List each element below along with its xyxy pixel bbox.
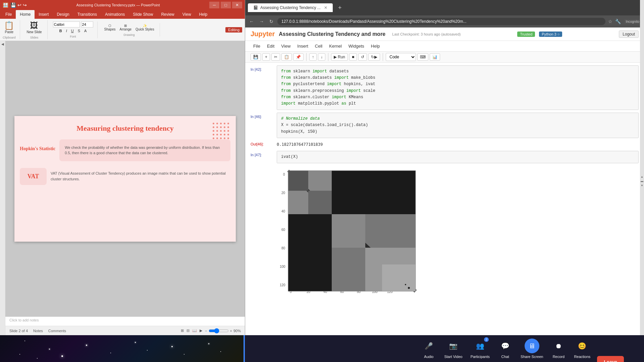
- slide-canvas-area[interactable]: Measuring clustering tendency Hopkin's S…: [5, 41, 245, 316]
- menu-insert[interactable]: Insert: [294, 42, 311, 50]
- reactions-btn[interactable]: 😊 Reactions: [574, 339, 590, 359]
- font-group-label: Font: [70, 35, 76, 38]
- cell-42-content[interactable]: from sklearn import datasets from sklear…: [277, 65, 639, 110]
- chart-btn[interactable]: 📊: [430, 53, 440, 61]
- slide-title[interactable]: Measuring clustering tendency: [14, 116, 236, 137]
- tab-animations[interactable]: Animations: [101, 10, 129, 19]
- new-tab-btn[interactable]: +: [335, 3, 344, 13]
- tab-insert[interactable]: Insert: [35, 10, 53, 19]
- toolbar-divider-1: [306, 53, 307, 61]
- notes-tab-btn[interactable]: Notes: [33, 329, 43, 333]
- paste-cell-btn[interactable]: 📌: [293, 53, 304, 61]
- quick-styles-button[interactable]: ✨ Quick Styles: [134, 23, 156, 32]
- strikethrough-button[interactable]: S: [76, 28, 82, 34]
- maximize-btn[interactable]: □: [221, 2, 231, 8]
- restart-run-btn[interactable]: ↻▶: [368, 53, 380, 61]
- cell-46-code[interactable]: # Normalize data X = scale(datasets.load…: [277, 113, 638, 138]
- comments-tab-btn[interactable]: Comments: [48, 329, 66, 333]
- tab-slide-show[interactable]: Slide Show: [129, 10, 157, 19]
- cell-47-content[interactable]: ivat(X): [277, 151, 639, 163]
- browser-action-icons: ☆ 🔧 Incognito: [608, 19, 641, 24]
- move-down-btn[interactable]: ↓: [318, 53, 325, 61]
- bold-button[interactable]: B: [58, 28, 63, 34]
- add-cell-btn[interactable]: +: [262, 53, 270, 61]
- jupyter-container: Jupyter Assessing Clustering Tendency an…: [245, 27, 644, 335]
- menu-view[interactable]: View: [278, 42, 293, 50]
- menu-widgets[interactable]: Widgets: [346, 42, 367, 50]
- shapes-button[interactable]: ⬡ Shapes: [103, 23, 117, 32]
- font-family-input[interactable]: [53, 21, 80, 27]
- browser-tab-close[interactable]: ✕: [324, 5, 327, 10]
- share-screen-btn[interactable]: 🖥 Share Screen: [521, 339, 543, 359]
- tab-file[interactable]: File: [1, 10, 16, 19]
- jupyter-cells[interactable]: In [42]: from sklearn import datasets fr…: [245, 63, 644, 335]
- tab-transitions[interactable]: Transitions: [73, 10, 101, 19]
- vat-label: VAT: [20, 168, 47, 185]
- thumbnails-collapse-arrow[interactable]: ◀: [1, 42, 4, 46]
- cut-cell-btn[interactable]: ✂: [271, 53, 280, 61]
- slide-status-bar: Slide 2 of 4 Notes Comments ⊞ ⊟ 📖 ▶ − + …: [5, 326, 245, 335]
- tab-view[interactable]: View: [178, 10, 195, 19]
- redo-icon[interactable]: ↪: [23, 2, 27, 8]
- new-slide-button[interactable]: 🖼 New Slide: [25, 20, 43, 35]
- menu-kernel[interactable]: Kernel: [326, 42, 344, 50]
- font-size-input[interactable]: [81, 21, 93, 27]
- italic-button[interactable]: I: [65, 28, 68, 34]
- keyboard-shortcuts-btn[interactable]: ⌨: [417, 53, 428, 61]
- bookmark-icon[interactable]: ☆: [608, 19, 612, 24]
- browser-tab-active[interactable]: 📓 Assessing Clustering Tendency ... ✕: [248, 3, 333, 12]
- paste-button[interactable]: 📋 Paste: [3, 20, 15, 35]
- minimize-btn[interactable]: ─: [209, 2, 219, 8]
- cell-46-content[interactable]: # Normalize data X = scale(datasets.load…: [277, 113, 639, 138]
- menu-cell[interactable]: Cell: [312, 42, 325, 50]
- arrange-button[interactable]: ⊞ Arrange: [118, 23, 133, 32]
- tab-design[interactable]: Design: [53, 10, 73, 19]
- run-btn[interactable]: ▶ Run: [331, 53, 348, 61]
- slide-thumbnails-panel: ◀: [0, 41, 5, 335]
- zoom-in-btn[interactable]: +: [230, 329, 232, 333]
- tab-review[interactable]: Review: [157, 10, 178, 19]
- menu-help[interactable]: Help: [368, 42, 383, 50]
- audio-btn[interactable]: 🎤 Audio: [421, 339, 436, 359]
- star: [208, 343, 209, 344]
- browser-forward-btn[interactable]: →: [258, 18, 265, 25]
- zoom-out-btn[interactable]: −: [205, 329, 207, 333]
- slideshow-btn[interactable]: ▶: [200, 328, 202, 333]
- cell-42-code[interactable]: from sklearn import datasets from sklear…: [277, 66, 638, 110]
- slide[interactable]: Measuring clustering tendency Hopkin's S…: [14, 116, 236, 242]
- new-slide-icon: 🖼: [30, 21, 38, 30]
- slide-sorter-btn[interactable]: ⊟: [186, 328, 190, 333]
- participants-btn[interactable]: 👥 2 Participants: [471, 339, 490, 359]
- menu-edit[interactable]: Edit: [264, 42, 277, 50]
- tab-home[interactable]: Home: [16, 10, 35, 19]
- normal-view-btn[interactable]: ⊞: [181, 328, 184, 333]
- leave-btn[interactable]: Leave: [597, 356, 624, 362]
- move-up-btn[interactable]: ↑: [309, 53, 317, 61]
- record-btn[interactable]: ⏺ Record: [551, 339, 566, 359]
- underline-button[interactable]: U: [70, 28, 75, 34]
- zoom-slider[interactable]: [209, 328, 229, 334]
- cell-type-select[interactable]: Code Markdown Raw: [386, 53, 416, 61]
- browser-refresh-btn[interactable]: ↻: [268, 18, 275, 25]
- browser-back-btn[interactable]: ←: [248, 18, 255, 25]
- star: [61, 355, 63, 357]
- start-video-btn[interactable]: 📷 Start Video: [444, 339, 462, 359]
- extension-icon[interactable]: 🔧: [615, 19, 621, 24]
- close-btn[interactable]: ✕: [232, 2, 242, 8]
- logout-button[interactable]: Logout: [619, 31, 639, 38]
- reading-view-btn[interactable]: 📖: [192, 328, 197, 333]
- address-input[interactable]: [277, 18, 605, 25]
- save-icon[interactable]: 💾: [10, 2, 16, 8]
- menu-file[interactable]: File: [251, 42, 263, 50]
- copy-cell-btn[interactable]: 📋: [281, 53, 292, 61]
- font-color-button[interactable]: A: [83, 28, 88, 34]
- cell-47-code[interactable]: ivat(X): [277, 151, 638, 163]
- quick-access-toolbar: 💾 ↩ ↪: [10, 2, 27, 8]
- undo-icon[interactable]: ↩: [17, 2, 21, 8]
- interrupt-btn[interactable]: ■: [349, 53, 357, 61]
- notes-area[interactable]: Click to add notes: [5, 316, 245, 326]
- tab-help[interactable]: Help: [195, 10, 212, 19]
- restart-btn[interactable]: ↺: [358, 53, 367, 61]
- save-notebook-btn[interactable]: 💾: [251, 53, 261, 61]
- chat-btn[interactable]: 💬 Chat: [498, 339, 513, 359]
